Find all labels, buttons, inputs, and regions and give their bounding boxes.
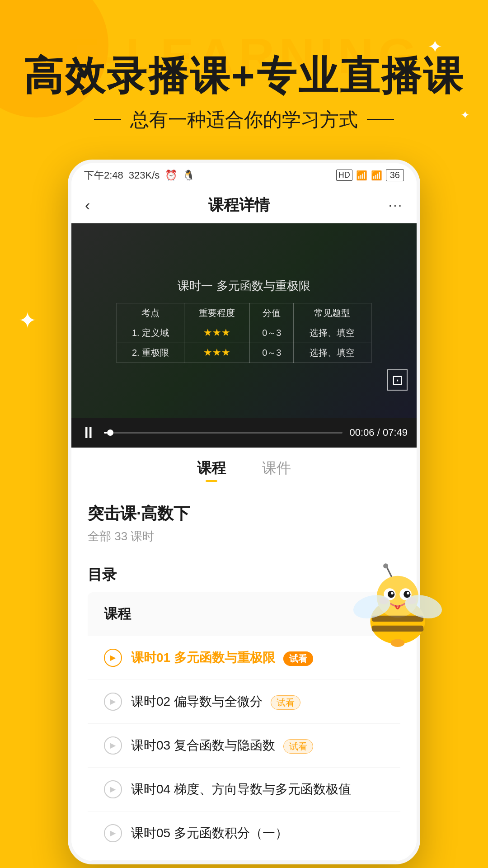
- course-tabs: 课程 课件: [71, 448, 417, 489]
- phone-container: 下午2:48 323K/s ⏰ 🐧 HD 📶 📶 36 ‹ 课程详情 ··· 课…: [68, 160, 420, 864]
- table-header-kaodian: 考点: [117, 303, 184, 323]
- back-button[interactable]: ‹: [85, 196, 90, 214]
- bee-mascot: [348, 557, 447, 656]
- video-player[interactable]: 课时一 多元函数与重极限 考点 重要程度 分值 常见题型 1. 定义域: [71, 223, 417, 418]
- progress-bar[interactable]: [104, 432, 343, 434]
- list-item[interactable]: ▶ 课时02 偏导数与全微分 试看: [88, 680, 400, 724]
- more-button[interactable]: ···: [389, 198, 403, 212]
- cell-score-2: 0～3: [250, 343, 294, 363]
- current-time: 00:06: [350, 427, 375, 438]
- table-header-score: 分值: [250, 303, 294, 323]
- status-alarm-icon: ⏰: [165, 170, 177, 181]
- status-time: 下午2:48: [84, 169, 123, 182]
- status-qq-icon: 🐧: [183, 170, 195, 181]
- lesson-text-03: 课时03 复合函数与隐函数 试看: [131, 737, 384, 754]
- list-item[interactable]: ▶ 课时05 多元函数积分（一）: [88, 811, 400, 861]
- trial-badge-03: 试看: [283, 739, 313, 754]
- chalkboard-title: 课时一 多元函数与重极限: [178, 278, 310, 294]
- status-bar-left: 下午2:48 323K/s ⏰ 🐧: [84, 169, 195, 182]
- nav-title: 课程详情: [208, 195, 270, 216]
- trial-badge-01: 试看: [283, 651, 313, 666]
- lesson-text-04: 课时04 梯度、方向导数与多元函数极值: [131, 781, 384, 798]
- signal-icon: 📶: [356, 170, 367, 181]
- lesson-label-02: 课时02 偏导数与全微分: [131, 694, 263, 708]
- lesson-label-03: 课时03 复合函数与隐函数: [131, 738, 275, 752]
- lesson-play-icon-02: ▶: [104, 693, 122, 711]
- table-row: 2. 重极限 ★★★ 0～3 选择、填空: [117, 343, 371, 363]
- cell-types-1: 选择、填空: [294, 323, 371, 343]
- lesson-play-icon-04: ▶: [104, 780, 122, 798]
- svg-point-5: [404, 590, 410, 597]
- phone-mockup: 下午2:48 323K/s ⏰ 🐧 HD 📶 📶 36 ‹ 课程详情 ··· 课…: [68, 160, 420, 864]
- svg-point-4: [388, 590, 394, 597]
- time-display: 00:06 / 07:49: [350, 427, 408, 439]
- sub-title-text: 总有一种适合你的学习方式: [130, 107, 358, 132]
- pause-button[interactable]: ⏸: [80, 423, 97, 442]
- svg-point-7: [407, 592, 409, 594]
- lesson-play-icon-03: ▶: [104, 736, 122, 755]
- lesson-play-icon-01: ▶: [104, 649, 122, 667]
- bottom-spacer: [0, 864, 488, 868]
- svg-rect-13: [372, 625, 423, 631]
- svg-point-6: [391, 592, 394, 594]
- nav-bar: ‹ 课程详情 ···: [71, 188, 417, 223]
- lesson-text-05: 课时05 多元函数积分（一）: [131, 825, 384, 842]
- hd-badge: HD: [336, 170, 352, 181]
- table-header-types: 常见题型: [294, 303, 371, 323]
- table-header-importance: 重要程度: [184, 303, 250, 323]
- lesson-list: ▶ 课时01 多元函数与重极限 试看 ▶ 课时02 偏导数与全微分 试看: [88, 636, 400, 861]
- lesson-label-01: 课时01 多元函数与重极限: [131, 651, 275, 665]
- video-controls: ⏸ 00:06 / 07:49: [71, 418, 417, 448]
- status-bar-right: HD 📶 📶 36: [336, 169, 404, 181]
- progress-fill: [104, 432, 107, 434]
- expand-icon[interactable]: ⊡: [387, 369, 408, 391]
- list-item[interactable]: ▶ 课时03 复合函数与隐函数 试看: [88, 724, 400, 768]
- course-lesson-count: 全部 33 课时: [88, 528, 400, 544]
- course-name: 突击课·高数下: [88, 503, 400, 525]
- cell-score-1: 0～3: [250, 323, 294, 343]
- lesson-label-05: 课时05 多元函数积分（一）: [131, 826, 288, 840]
- dash-right: [367, 119, 394, 120]
- chalkboard: 课时一 多元函数与重极限 考点 重要程度 分值 常见题型 1. 定义域: [71, 223, 417, 418]
- course-info: 突击课·高数下 全部 33 课时: [71, 489, 417, 553]
- trial-badge-02: 试看: [271, 695, 300, 710]
- list-item[interactable]: ▶ 课时04 梯度、方向导数与多元函数极值: [88, 768, 400, 811]
- battery-display: 36: [386, 169, 404, 181]
- svg-point-9: [383, 563, 388, 568]
- cell-stars-1: ★★★: [184, 323, 250, 343]
- status-bar: 下午2:48 323K/s ⏰ 🐧 HD 📶 📶 36: [71, 163, 417, 188]
- tab-course[interactable]: 课程: [197, 458, 226, 482]
- header-section: 高效录播课+专业直播课 总有一种适合你的学习方式: [0, 0, 488, 160]
- lesson-text-02: 课时02 偏导数与全微分 试看: [131, 693, 384, 710]
- status-network: 323K/s: [129, 170, 160, 181]
- cell-topic-1: 1. 定义域: [117, 323, 184, 343]
- svg-point-16: [391, 639, 405, 647]
- course-table: 考点 重要程度 分值 常见题型 1. 定义域 ★★★ 0～3 选择、填空: [117, 303, 371, 363]
- main-title: 高效录播课+专业直播课: [0, 54, 488, 98]
- sub-title: 总有一种适合你的学习方式: [0, 107, 488, 132]
- tab-materials[interactable]: 课件: [262, 458, 291, 482]
- lesson-label-04: 课时04 梯度、方向导数与多元函数极值: [131, 782, 351, 796]
- cell-types-2: 选择、填空: [294, 343, 371, 363]
- svg-rect-12: [372, 615, 423, 621]
- table-row: 1. 定义域 ★★★ 0～3 选择、填空: [117, 323, 371, 343]
- wifi-icon: 📶: [371, 170, 382, 181]
- lesson-play-icon-05: ▶: [104, 824, 122, 842]
- time-separator: /: [377, 427, 383, 438]
- dash-left: [94, 119, 121, 120]
- cell-topic-2: 2. 重极限: [117, 343, 184, 363]
- cell-stars-2: ★★★: [184, 343, 250, 363]
- svg-line-8: [387, 567, 392, 577]
- total-time: 07:49: [383, 427, 408, 438]
- progress-dot: [107, 429, 113, 436]
- sparkle-icon-3: ✦: [18, 307, 37, 334]
- accordion-label: 课程: [104, 605, 131, 623]
- lesson-text-01: 课时01 多元函数与重极限 试看: [131, 649, 384, 666]
